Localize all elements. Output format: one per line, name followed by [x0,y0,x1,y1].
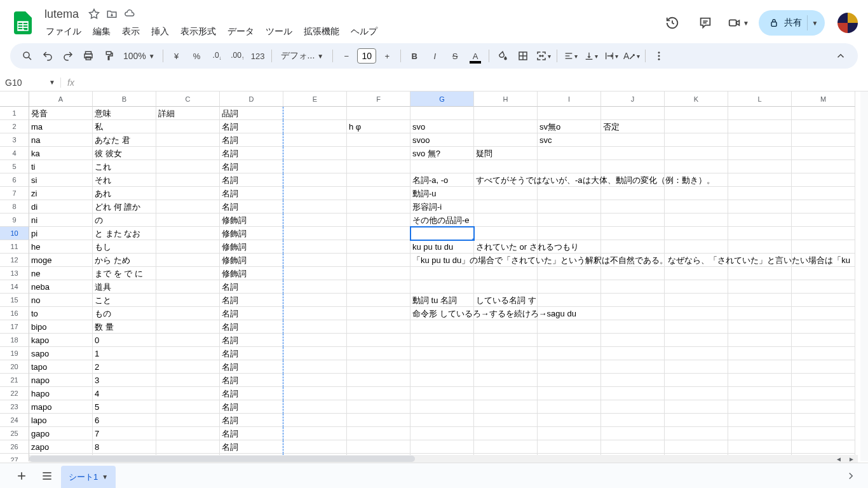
row-header[interactable]: 9 [0,214,29,227]
merge-icon[interactable]: ▾ [534,46,553,65]
cell[interactable] [156,240,220,254]
cell[interactable] [601,187,665,200]
cell[interactable]: hapo [29,387,93,400]
cell[interactable] [728,414,792,427]
cell[interactable] [474,267,538,280]
cell[interactable] [792,347,855,360]
cell[interactable]: ma [29,120,93,133]
cell[interactable]: 動詞-u [410,187,474,200]
cell[interactable]: 名詞 [220,294,283,307]
rotation-icon[interactable]: A▾ [622,46,641,65]
font-select[interactable]: デフォ...▼ [276,46,329,65]
cell[interactable]: na [29,133,93,147]
cell[interactable] [347,294,410,307]
cell[interactable] [347,107,410,120]
cell[interactable] [792,107,855,120]
cell[interactable]: 名詞 [220,374,283,387]
cell[interactable] [728,334,792,347]
cell[interactable]: zapo [29,440,93,454]
cell[interactable] [792,427,855,440]
cell[interactable] [410,334,474,347]
cell[interactable] [283,387,347,400]
cell[interactable] [347,320,410,334]
cell[interactable] [792,173,855,187]
cell[interactable] [665,374,728,387]
cell[interactable] [283,214,347,227]
cell[interactable] [601,414,665,427]
cell[interactable] [728,120,792,133]
cell[interactable] [728,240,792,254]
cell[interactable] [410,267,474,280]
number-format-icon[interactable]: 123 [248,46,268,65]
cell[interactable] [347,374,410,387]
cell[interactable]: 名詞 [220,414,283,427]
row-header[interactable]: 6 [0,173,29,187]
cell[interactable] [665,107,728,120]
cell[interactable] [601,214,665,227]
cell[interactable] [538,200,601,214]
cell[interactable]: 名詞 [220,360,283,374]
cell[interactable] [538,427,601,440]
sheet-tab[interactable]: シート1▼ [61,466,116,489]
cell[interactable] [410,160,474,173]
cell[interactable]: 名詞 [220,160,283,173]
cell[interactable] [665,147,728,160]
cell[interactable]: 名詞 [220,200,283,214]
row-header[interactable]: 13 [0,267,29,280]
cell[interactable]: 名詞 [220,347,283,360]
cell[interactable] [410,414,474,427]
cell[interactable] [792,374,855,387]
cell[interactable] [347,280,410,294]
cell[interactable] [665,280,728,294]
row-header[interactable]: 20 [0,360,29,374]
cell[interactable]: sapo [29,347,93,360]
cell[interactable]: している名詞 する名詞 [474,294,538,307]
cell[interactable]: bipo [29,320,93,334]
row-header[interactable]: 2 [0,120,29,133]
cell[interactable] [347,240,410,254]
cell[interactable] [601,107,665,120]
font-size-increase[interactable]: + [377,46,397,65]
column-header[interactable]: A [29,92,93,107]
cell[interactable]: まで を で に [93,267,156,280]
cell[interactable] [156,307,220,320]
cell[interactable] [283,400,347,414]
cell[interactable]: neba [29,280,93,294]
cell[interactable] [601,320,665,334]
cell[interactable] [156,160,220,173]
cell[interactable] [156,374,220,387]
paint-format-icon[interactable] [99,46,118,65]
cell[interactable] [410,347,474,360]
cell[interactable] [792,307,855,320]
cell[interactable] [474,427,538,440]
cell[interactable]: si [29,173,93,187]
column-header[interactable]: E [283,92,347,107]
cell[interactable] [538,160,601,173]
cell[interactable] [156,187,220,200]
cell[interactable] [347,147,410,160]
cell[interactable] [283,414,347,427]
cell[interactable] [474,280,538,294]
menu-view[interactable]: 表示 [117,24,145,40]
cell[interactable] [347,400,410,414]
percent-icon[interactable]: % [187,46,207,65]
cell[interactable] [728,160,792,173]
cell[interactable] [283,254,347,267]
undo-icon[interactable] [38,46,57,65]
row-header[interactable]: 16 [0,307,29,320]
cell[interactable]: 彼 彼女 [93,147,156,160]
cell[interactable] [474,347,538,360]
cell[interactable]: から ため [93,254,156,267]
cell[interactable] [156,294,220,307]
cell[interactable] [474,120,538,133]
cell[interactable] [538,227,601,240]
cell[interactable]: 命令形 しているろ→するを続けろ→sagu du [410,307,474,320]
cell[interactable] [156,414,220,427]
cell[interactable] [792,294,855,307]
cell[interactable]: moge [29,254,93,267]
row-header[interactable]: 18 [0,334,29,347]
cell[interactable] [601,334,665,347]
cell[interactable] [792,320,855,334]
cell[interactable] [283,107,347,120]
borders-icon[interactable] [513,46,532,65]
